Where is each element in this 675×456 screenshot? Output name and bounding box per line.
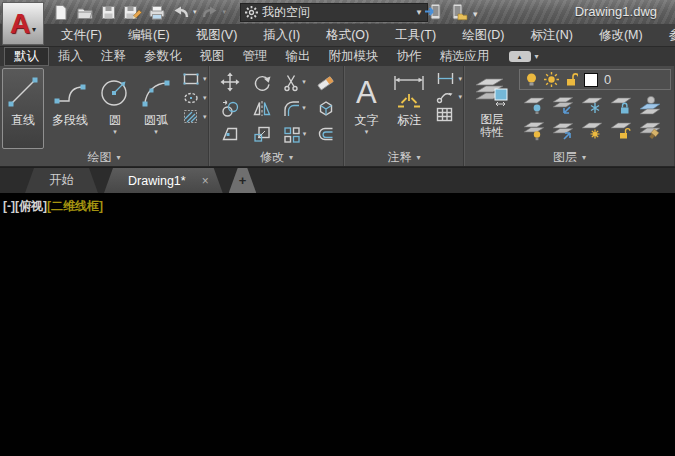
array-button[interactable]: ▾ (278, 121, 310, 147)
file-tab-drawing1[interactable]: Drawing1* × (104, 168, 223, 193)
open-from-web-mobile-button[interactable] (424, 2, 443, 25)
menu-draw[interactable]: 绘图(D) (449, 27, 517, 44)
hatch-button[interactable]: ▾ (182, 109, 207, 125)
undo-button[interactable] (170, 2, 191, 23)
panel-expand-icon: ▾ (289, 153, 293, 162)
layer-dropdown[interactable]: 0 (519, 69, 671, 90)
text-button[interactable]: A 文字 ▾ (347, 68, 386, 149)
save-to-web-mobile-button[interactable] (449, 2, 468, 25)
menu-edit[interactable]: 编辑(E) (115, 27, 183, 44)
layers-panel-title[interactable]: 图层 ▾ (465, 149, 674, 166)
move-button[interactable] (214, 69, 246, 95)
layer-freeze-button[interactable] (577, 93, 606, 118)
model-space-canvas[interactable]: [-][俯视][二维线框] (0, 193, 675, 456)
chevron-down-icon: ▾ (154, 127, 158, 136)
plot-button[interactable] (146, 2, 167, 23)
file-tab-start[interactable]: 开始 (25, 168, 98, 193)
layer-unlock-button[interactable] (606, 118, 635, 143)
layer-make-current-button[interactable] (635, 93, 664, 118)
dimension-button[interactable]: 标注 (386, 68, 433, 149)
redo-button[interactable] (200, 2, 221, 23)
ellipse-button[interactable]: ▾ (182, 90, 207, 106)
draw-panel-title[interactable]: 绘图 ▾ (0, 149, 208, 166)
open-file-button[interactable] (74, 2, 95, 23)
layer-properties-button[interactable]: 图层 特性 (467, 68, 517, 149)
scale-button[interactable] (246, 121, 278, 147)
fillet-icon (282, 99, 300, 117)
customize-qat-dropdown-icon[interactable]: ▾ (473, 9, 478, 19)
menu-format[interactable]: 格式(O) (313, 27, 382, 44)
ribbon-tab-view[interactable]: 视图 (191, 47, 234, 66)
ellipse-icon (182, 90, 200, 106)
ribbon-tab-home[interactable]: 默认 (4, 47, 49, 66)
annotation-panel-title[interactable]: 注释 ▾ (345, 149, 463, 166)
layer-turn-all-on-button[interactable] (519, 118, 548, 143)
menu-insert[interactable]: 插入(I) (250, 27, 313, 44)
layer-thaw-all-button[interactable] (577, 118, 606, 143)
explode-button[interactable] (310, 95, 342, 121)
workspace-switcher[interactable]: 我的空间 ▼ (240, 3, 428, 22)
layer-unlock-icon (565, 72, 578, 87)
layer-isolate-button[interactable] (548, 93, 577, 118)
linear-dimension-button[interactable]: ▾ (436, 71, 462, 86)
viewport-visual-style-control[interactable]: [二维线框] (47, 199, 103, 213)
application-menu-button[interactable]: A ▾ (2, 2, 44, 45)
table-button[interactable] (436, 107, 462, 122)
polyline-button[interactable]: 多段线 (44, 68, 96, 149)
ribbon-collapse-button[interactable]: ▴ (509, 51, 531, 62)
mirror-button[interactable] (246, 95, 278, 121)
fillet-button[interactable]: ▾ (278, 95, 310, 121)
ribbon-tab-addins[interactable]: 附加模块 (320, 47, 388, 66)
arc-button[interactable]: 圆弧 ▾ (134, 68, 178, 149)
stretch-button[interactable] (214, 121, 246, 147)
linear-dimension-icon (436, 71, 455, 86)
copy-button[interactable] (214, 95, 246, 121)
rotate-icon (252, 72, 272, 92)
layer-off-button[interactable] (519, 93, 548, 118)
undo-dropdown-icon[interactable]: ▾ (193, 8, 197, 16)
layer-unisolate-icon (551, 120, 575, 141)
new-file-button[interactable] (50, 2, 71, 23)
line-button[interactable]: 直线 (2, 68, 44, 149)
ribbon-tab-insert[interactable]: 插入 (49, 47, 92, 66)
close-tab-icon[interactable]: × (202, 174, 209, 188)
menu-parametric[interactable]: 参数(P) (656, 27, 675, 44)
erase-button[interactable] (310, 69, 342, 95)
leader-button[interactable]: ▾ (436, 89, 462, 104)
circle-button[interactable]: 圆 ▾ (96, 68, 134, 149)
menu-modify[interactable]: 修改(M) (586, 27, 656, 44)
ribbon-tab-annotate[interactable]: 注释 (92, 47, 135, 66)
save-button[interactable] (98, 2, 119, 23)
panel-expand-icon: ▾ (582, 153, 586, 162)
save-as-icon (123, 4, 142, 21)
new-drawing-tab-button[interactable]: + (229, 168, 257, 193)
layer-lock-button[interactable] (606, 93, 635, 118)
modify-panel-title[interactable]: 修改 ▾ (210, 149, 343, 166)
viewport-view-control[interactable]: [俯视] (15, 199, 47, 213)
ribbon-tab-collaborate[interactable]: 协作 (388, 47, 431, 66)
trim-button[interactable]: ▾ (278, 69, 310, 95)
viewport-minimize-control[interactable]: [-] (3, 199, 15, 213)
ribbon-tab-parametric[interactable]: 参数化 (135, 47, 191, 66)
layer-match-button[interactable] (635, 118, 664, 143)
ribbon-tab-featured-apps[interactable]: 精选应用 (431, 47, 499, 66)
rotate-button[interactable] (246, 69, 278, 95)
rectangle-icon (182, 71, 200, 87)
open-from-web-mobile-icon (424, 2, 443, 21)
layer-match-brush-icon (638, 120, 662, 141)
ribbon-tab-output[interactable]: 输出 (277, 47, 320, 66)
new-file-icon (52, 4, 69, 21)
menu-dimension[interactable]: 标注(N) (518, 27, 586, 44)
menu-tools[interactable]: 工具(T) (382, 27, 449, 44)
chevron-down-icon: ▾ (302, 78, 306, 86)
array-icon (282, 125, 301, 144)
menu-view[interactable]: 视图(V) (183, 27, 251, 44)
ribbon-tab-manage[interactable]: 管理 (234, 47, 277, 66)
menu-file[interactable]: 文件(F) (48, 27, 115, 44)
redo-dropdown-icon[interactable]: ▾ (223, 8, 227, 16)
save-as-button[interactable] (122, 2, 143, 23)
layer-unisolate-button[interactable] (548, 118, 577, 143)
ribbon-collapse-dropdown-icon[interactable]: ▾ (535, 52, 539, 61)
offset-button[interactable] (310, 121, 342, 147)
rectangle-button[interactable]: ▾ (182, 71, 207, 87)
